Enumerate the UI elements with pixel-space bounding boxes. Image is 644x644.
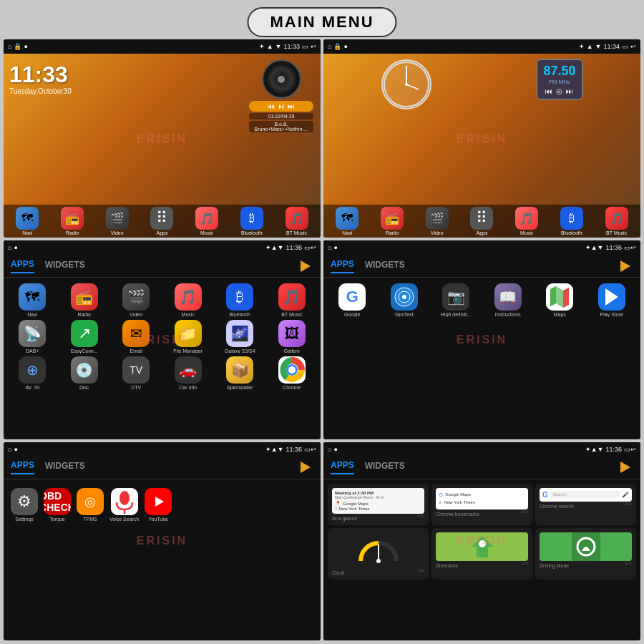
radio-fm: FM MHz bbox=[543, 79, 575, 85]
app-disc-g[interactable]: 💿 Disc bbox=[60, 356, 109, 390]
app-hd-g[interactable]: 📷 High definiti... bbox=[431, 283, 481, 317]
app-video-g[interactable]: 🎬 Video bbox=[112, 283, 161, 317]
home-icon-2: ⌂ bbox=[328, 43, 331, 50]
app-navi-g[interactable]: 🗺 Navi bbox=[8, 283, 57, 317]
svg-point-3 bbox=[405, 83, 408, 86]
svg-point-6 bbox=[288, 366, 296, 374]
app-voicesearch-g[interactable]: Voice Search bbox=[109, 488, 139, 522]
chrome-search-bar[interactable]: Search bbox=[550, 491, 620, 498]
status-bar-5: ⌂ ● ✦▲▼ 11:36 ▭↩ bbox=[4, 442, 321, 457]
app-radio-g[interactable]: 📻 Radio bbox=[60, 283, 109, 317]
app-torque-g[interactable]: OBDCHECK Torque bbox=[44, 488, 71, 522]
app-email-g[interactable]: ✉ Email bbox=[112, 320, 161, 353]
apps-panel-right: ⌂ ● ✦▲▼ 11:36 ▭↩ APPS WIDGETS G Google bbox=[323, 240, 640, 439]
app-radio-2[interactable]: 📻 Radio bbox=[378, 207, 406, 235]
panels-grid: ⌂ 🔒 ● ✦ ▲ ▼ 11:33 ▭ ↩ 11:33 Tuesday,Octo… bbox=[4, 39, 640, 640]
radio-prev[interactable]: ⏮ bbox=[545, 87, 552, 95]
app-apps-2[interactable]: ⠿ Apps bbox=[467, 207, 496, 235]
app-apps-1[interactable]: ⠿ Apps bbox=[147, 207, 176, 235]
app-music-g[interactable]: 🎵 Music bbox=[164, 283, 213, 317]
widget-at-glance-label: At a glance bbox=[332, 516, 357, 521]
radio-widget: 87.50 FM MHz ⏮ ◎ ⏭ bbox=[537, 59, 582, 99]
widget-clock[interactable]: Clock 3x2 bbox=[328, 528, 429, 580]
svg-point-26 bbox=[479, 540, 486, 547]
app-bt-g[interactable]: ₿ Bluetooth bbox=[215, 283, 265, 317]
bt-icon-2: ✦ bbox=[579, 43, 585, 50]
app-easyconn-g[interactable]: ↗ EasyConn... bbox=[60, 320, 109, 353]
app-filemanager-g[interactable]: 📁 File Manager bbox=[164, 320, 213, 353]
widget-clock-label: Clock bbox=[332, 570, 345, 575]
app-gpstest-g[interactable]: GpsTest bbox=[380, 283, 429, 317]
app-video-2[interactable]: 🎬 Video bbox=[423, 207, 452, 235]
svg-point-24 bbox=[376, 559, 381, 563]
app-bluetooth-2[interactable]: ₿ Bluetooth bbox=[557, 207, 586, 235]
app-gallery-g[interactable]: 🖼 Gallery bbox=[268, 320, 317, 353]
status-time-5: 11:36 bbox=[286, 446, 302, 453]
app-apkinstaller-g[interactable]: 📦 ApkInstaller bbox=[215, 356, 265, 390]
tab-widgets-5[interactable]: WIDGETS bbox=[45, 461, 85, 474]
status-time-2: 11:34 bbox=[603, 43, 620, 50]
app-music-2[interactable]: 🎵 Music bbox=[512, 207, 541, 235]
tab-widgets-4[interactable]: WIDGETS bbox=[365, 260, 405, 273]
app-carinfo-g[interactable]: 🚗 Car Info bbox=[164, 356, 213, 390]
lock-icon-1: 🔒 bbox=[14, 43, 21, 50]
app-avin-g[interactable]: ⊕ AV_IN bbox=[8, 356, 57, 390]
tab-widgets-3[interactable]: WIDGETS bbox=[45, 260, 85, 273]
app-tpms-g[interactable]: ◎ TPMS bbox=[77, 488, 104, 522]
app-row-2: 🗺 Navi 📻 Radio 🎬 Video ⠿ Apps bbox=[323, 205, 640, 238]
status-bar-3: ⌂ ● ✦▲▼ 11:36 ▭↩ bbox=[4, 240, 321, 255]
tab-apps-4[interactable]: APPS bbox=[331, 259, 354, 273]
app-youtube-g[interactable]: YouTube bbox=[145, 488, 172, 522]
status-time-3: 11:36 bbox=[286, 244, 302, 251]
tab-apps-5[interactable]: APPS bbox=[11, 460, 34, 474]
app-galaxy-g[interactable]: 🌌 Galaxy S3/S4 bbox=[215, 320, 265, 353]
widget-directions-label: Directions bbox=[436, 563, 458, 568]
prev-btn[interactable]: ⏮ bbox=[268, 102, 275, 110]
app-bluetooth-1[interactable]: ₿ Bluetooth bbox=[238, 207, 266, 235]
app-btmusic-1[interactable]: 🎵 BT Music bbox=[283, 207, 311, 235]
back-icon-2: ↩ bbox=[630, 43, 636, 50]
app-maps-g[interactable]: Maps bbox=[535, 283, 585, 317]
widget-chrome-search[interactable]: G Search 🎤 Chrome search 3x1 bbox=[535, 484, 636, 525]
play-store-btn-3[interactable] bbox=[298, 258, 313, 274]
app-dab-g[interactable]: 📡 DAB+ bbox=[8, 320, 57, 353]
tab-widgets-6[interactable]: WIDGETS bbox=[365, 461, 405, 474]
app-playstore-g[interactable]: Play Store bbox=[587, 283, 637, 317]
app-video-1[interactable]: 🎬 Video bbox=[103, 207, 132, 235]
play-btn[interactable]: ⏯ bbox=[278, 102, 285, 110]
widget-chrome-bm-label: Chrome bookmarks bbox=[436, 512, 479, 517]
watermark-4: ERISIN bbox=[457, 333, 507, 346]
widget-at-glance[interactable]: Meeting at 2:30 PM Main Conference Room … bbox=[328, 484, 429, 525]
app-navi-2[interactable]: 🗺 Navi bbox=[333, 207, 361, 235]
radio-controls[interactable]: ⏮ ◎ ⏭ bbox=[543, 87, 575, 95]
next-btn[interactable]: ⏭ bbox=[288, 102, 295, 110]
widget-chrome-bm[interactable]: G Google Maps ≡ New York Times Chrome bo… bbox=[431, 484, 532, 525]
app-chrome-g[interactable]: Chrome bbox=[268, 356, 317, 390]
apps-header-4: APPS WIDGETS bbox=[323, 255, 640, 278]
dot-icon-2: ● bbox=[343, 43, 347, 50]
app-google-g[interactable]: G Google bbox=[328, 283, 377, 317]
app-btmusic-g[interactable]: 🎵 BT Music bbox=[268, 283, 317, 317]
status-time-1: 11:33 bbox=[283, 43, 300, 50]
app-instructions-g[interactable]: 📖 Instructions bbox=[484, 283, 533, 317]
app-row-1: 🗺 Navi 📻 Radio 🎬 Video ⠿ Apps bbox=[4, 205, 321, 238]
play-store-btn-4[interactable] bbox=[618, 258, 633, 274]
app-btmusic-2[interactable]: 🎵 BT Music bbox=[602, 207, 631, 235]
vinyl-disc bbox=[262, 59, 301, 99]
widget-directions[interactable]: Directions 1x1 bbox=[431, 528, 532, 580]
status-bar-1: ⌂ 🔒 ● ✦ ▲ ▼ 11:33 ▭ ↩ bbox=[4, 39, 321, 54]
music-controls[interactable]: ⏮ ⏯ ⏭ bbox=[249, 101, 313, 112]
app-navi-1[interactable]: 🗺 Navi bbox=[13, 207, 42, 235]
app-settings-g[interactable]: ⚙ Settings bbox=[11, 488, 38, 522]
tab-apps-3[interactable]: APPS bbox=[11, 259, 34, 273]
tab-apps-6[interactable]: APPS bbox=[331, 460, 354, 474]
widget-driving[interactable]: Driving Mode 1x1 bbox=[535, 528, 636, 580]
analog-clock bbox=[381, 59, 431, 109]
radio-next[interactable]: ⏭ bbox=[566, 87, 573, 95]
play-store-btn-5[interactable] bbox=[298, 459, 313, 475]
app-music-1[interactable]: 🎵 Music bbox=[192, 207, 221, 235]
app-radio-1[interactable]: 📻 Radio bbox=[58, 207, 87, 235]
play-store-btn-6[interactable] bbox=[618, 459, 633, 475]
app-dtv-g[interactable]: TV DTV bbox=[112, 356, 161, 390]
apps-panel-left: ⌂ ● ✦▲▼ 11:36 ▭↩ APPS WIDGETS 🗺 Navi 📻 bbox=[4, 240, 321, 439]
